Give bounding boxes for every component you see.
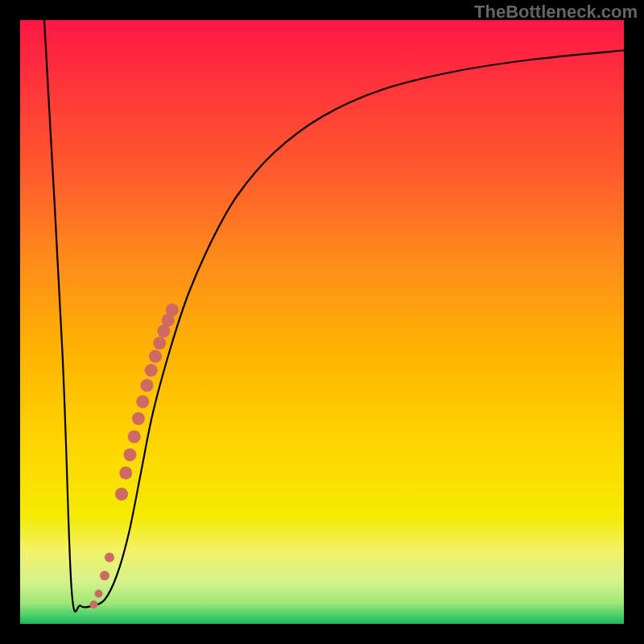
- marker-group: [90, 303, 180, 609]
- data-point: [149, 350, 162, 363]
- plot-area: [20, 20, 624, 624]
- data-point: [95, 590, 103, 598]
- bottleneck-curve: [44, 20, 624, 612]
- data-point: [141, 379, 154, 392]
- data-point: [132, 412, 145, 425]
- curve-layer: [20, 20, 624, 624]
- data-point: [166, 303, 179, 316]
- data-point: [119, 467, 132, 480]
- data-point: [153, 336, 166, 349]
- data-point: [100, 571, 109, 580]
- data-point: [128, 431, 141, 444]
- attribution-label: TheBottleneck.com: [474, 2, 638, 23]
- data-point: [105, 553, 114, 563]
- data-point: [136, 395, 149, 408]
- data-point: [115, 488, 128, 501]
- data-point: [145, 364, 158, 377]
- data-point: [90, 601, 98, 609]
- data-point: [124, 448, 137, 461]
